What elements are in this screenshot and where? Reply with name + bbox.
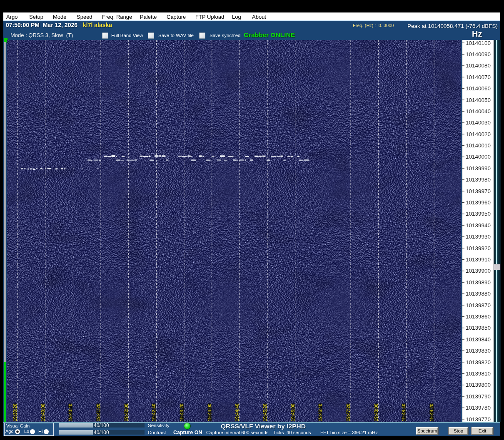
svg-text:19:44:00: 19:44:00 <box>207 404 212 421</box>
svg-text:10140010: 10140010 <box>466 142 491 149</box>
svg-text:10139930: 10139930 <box>466 234 491 240</box>
svg-text:10140030: 10140030 <box>466 119 491 126</box>
svg-text:19:49:20: 19:49:20 <box>429 404 434 421</box>
svg-text:10139820: 10139820 <box>466 359 491 365</box>
svg-text:10140020: 10140020 <box>466 131 491 137</box>
svg-text:19:46:40: 19:46:40 <box>318 404 323 421</box>
svg-text:10139880: 10139880 <box>466 291 491 297</box>
svg-text:19:40:40: 19:40:40 <box>68 404 73 421</box>
svg-text:19:48:00: 19:48:00 <box>374 404 379 421</box>
svg-text:19:43:20: 19:43:20 <box>179 404 184 421</box>
svg-text:19:42:00: 19:42:00 <box>124 404 129 421</box>
svg-text:10139770: 10139770 <box>466 416 491 422</box>
svg-text:19:40:00: 19:40:00 <box>40 404 45 421</box>
svg-text:19:47:20: 19:47:20 <box>346 404 351 421</box>
svg-text:10139910: 10139910 <box>466 256 491 263</box>
svg-text:19:46:00: 19:46:00 <box>290 404 295 421</box>
svg-text:19:48:40: 19:48:40 <box>401 404 406 421</box>
svg-text:10140050: 10140050 <box>466 97 491 103</box>
svg-text:10140070: 10140070 <box>466 74 491 80</box>
svg-text:10140040: 10140040 <box>466 108 491 114</box>
svg-text:10140080: 10140080 <box>466 62 491 69</box>
svg-text:10139990: 10139990 <box>466 165 491 172</box>
svg-text:19:39:20: 19:39:20 <box>12 404 17 421</box>
svg-text:10139780: 10139780 <box>466 405 491 411</box>
svg-text:10139940: 10139940 <box>466 222 491 229</box>
svg-text:10140060: 10140060 <box>466 85 491 92</box>
svg-text:10139900: 10139900 <box>466 268 491 274</box>
svg-text:10139850: 10139850 <box>466 325 491 331</box>
svg-text:10139860: 10139860 <box>466 313 491 320</box>
svg-text:10139890: 10139890 <box>466 279 491 286</box>
svg-text:19:42:40: 19:42:40 <box>151 404 156 421</box>
svg-text:19:45:20: 19:45:20 <box>262 404 267 421</box>
svg-text:10140000: 10140000 <box>466 154 491 160</box>
svg-text:10139970: 10139970 <box>466 188 491 194</box>
svg-text:10140100: 10140100 <box>466 40 491 46</box>
svg-text:10139870: 10139870 <box>466 302 491 308</box>
svg-text:10139840: 10139840 <box>466 336 491 343</box>
svg-text:19:44:40: 19:44:40 <box>235 404 240 421</box>
svg-text:10139920: 10139920 <box>466 245 491 251</box>
svg-text:19:41:20: 19:41:20 <box>96 404 101 421</box>
svg-text:10139960: 10139960 <box>466 199 491 206</box>
svg-text:10139980: 10139980 <box>466 176 491 183</box>
svg-text:10140090: 10140090 <box>466 51 491 57</box>
svg-text:10139800: 10139800 <box>466 382 491 388</box>
svg-text:10139810: 10139810 <box>466 370 491 377</box>
svg-text:10139790: 10139790 <box>466 393 491 400</box>
svg-text:10139830: 10139830 <box>466 348 491 354</box>
svg-text:10139950: 10139950 <box>466 211 491 217</box>
